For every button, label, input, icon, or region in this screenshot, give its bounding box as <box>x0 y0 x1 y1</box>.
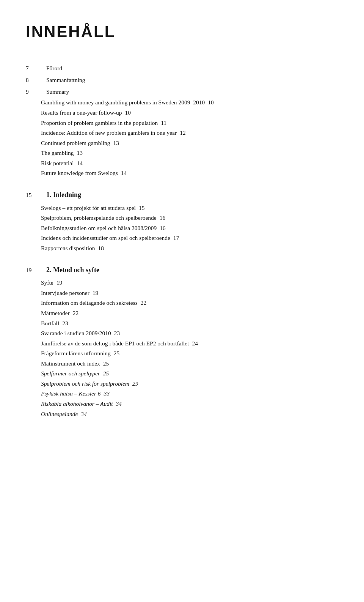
list-item: Frågeformulärens utformning 25 <box>41 348 338 358</box>
entry-text: Rapportens disposition <box>41 243 95 253</box>
list-item: Mätinstrument och index 25 <box>41 359 338 369</box>
entry-page: 19 <box>56 278 63 288</box>
entry-text: Jämförelse av de som deltog i både EP1 o… <box>41 339 189 348</box>
entry-text: Incidens och incidensstudier om spel och… <box>41 233 170 243</box>
entry-text: Spelformer och speltyper <box>41 369 100 378</box>
metod-sub-entries: Syfte 19 Intervjuade personer 19 Informa… <box>26 278 338 419</box>
entry-page: 16 <box>160 223 166 233</box>
label-metod: 2. Metod och syfte <box>46 265 99 276</box>
entry-text: Onlinespelande <box>41 409 78 419</box>
label-inledning: 1. Inledning <box>46 189 81 200</box>
label-sammanfattning: Sammanfattning <box>46 76 85 85</box>
entry-page: 23 <box>62 318 68 328</box>
page-title: INNEHÅLL <box>26 23 338 41</box>
page-num-9: 9 <box>26 87 41 97</box>
toc-container: 7 Förord 8 Sammanfattning 9 Summary Gamb… <box>26 64 338 419</box>
summary-sub-entries: Gambling with money and gambling problem… <box>26 98 338 178</box>
entry-text: Spelproblem, problemspelande och spelber… <box>41 213 157 223</box>
toc-entry-sammanfattning: 8 Sammanfattning <box>26 76 338 85</box>
entry-text: Mätinstrument och index <box>41 359 100 369</box>
entry-text: Frågeformulärens utformning <box>41 348 111 358</box>
list-item: The gambling 13 <box>41 148 338 158</box>
list-item: Spelproblem och risk för spelproblem 29 <box>41 379 338 389</box>
entry-page: 22 <box>73 308 79 318</box>
entry-page: 13 <box>77 148 83 158</box>
entry-page: 11 <box>161 118 166 128</box>
list-item: Mätmetoder 22 <box>41 308 338 318</box>
entry-page: 34 <box>81 409 87 419</box>
list-item: Future knowledge from Swelogs 14 <box>41 168 338 178</box>
inledning-sub-entries: Swelogs – ett projekt för att studera sp… <box>26 203 338 253</box>
toc-entry-forord: 7 Förord <box>26 64 338 73</box>
list-item: Svarande i studien 2009/2010 23 <box>41 328 338 338</box>
entry-text: Information om deltagande och sekretess <box>41 298 138 308</box>
toc-section-metod: 19 2. Metod och syfte Syfte 19 Intervjua… <box>26 264 338 419</box>
entry-text: Befolkningsstudien om spel och hälsa 200… <box>41 223 157 233</box>
entry-text: Gambling with money and gambling problem… <box>41 98 205 107</box>
list-item: Incidence: Addition of new problem gambl… <box>41 128 338 138</box>
entry-text: Psykisk hälsa – Kessler 6 <box>41 389 101 399</box>
page-num-8: 8 <box>26 76 41 85</box>
entry-page: 16 <box>160 213 166 223</box>
entry-text: Incidence: Addition of new problem gambl… <box>41 128 177 138</box>
entry-page: 15 <box>139 203 145 213</box>
entry-page: 23 <box>114 328 120 338</box>
page-num-15: 15 <box>26 191 41 200</box>
list-item: Onlinespelande 34 <box>41 409 338 419</box>
list-item: Intervjuade personer 19 <box>41 288 338 298</box>
list-item: Spelformer och speltyper 25 <box>41 369 338 378</box>
list-item: Risk potential 14 <box>41 158 338 168</box>
entry-page: 13 <box>113 138 119 148</box>
list-item: Results from a one-year follow-up 10 <box>41 108 338 118</box>
list-item: Continued problem gambling 13 <box>41 138 338 148</box>
entry-text: Results from a one-year follow-up <box>41 108 122 118</box>
page-num-7: 7 <box>26 64 41 73</box>
entry-text: Bortfall <box>41 318 59 328</box>
entry-text: Future knowledge from Swelogs <box>41 168 118 178</box>
list-item: Psykisk hälsa – Kessler 6 33 <box>41 389 338 399</box>
entry-text: Svarande i studien 2009/2010 <box>41 328 111 338</box>
entry-page: 25 <box>114 348 120 358</box>
entry-text: Intervjuade personer <box>41 288 89 298</box>
entry-page: 24 <box>192 339 198 348</box>
entry-text: Swelogs – ett projekt för att studera sp… <box>41 203 136 213</box>
entry-page: 14 <box>77 158 83 168</box>
entry-page: 14 <box>121 168 127 178</box>
entry-page: 10 <box>208 98 214 107</box>
list-item: Information om deltagande och sekretess … <box>41 298 338 308</box>
entry-text: The gambling <box>41 148 74 158</box>
entry-page: 17 <box>173 233 179 243</box>
list-item: Bortfall 23 <box>41 318 338 328</box>
entry-page: 12 <box>180 128 186 138</box>
label-summary: Summary <box>46 87 69 97</box>
entry-page: 25 <box>103 369 109 378</box>
entry-page: 25 <box>103 359 109 369</box>
entry-page: 19 <box>93 288 99 298</box>
list-item: Syfte 19 <box>41 278 338 288</box>
list-item: Riskabla alkoholvanor – Audit 34 <box>41 399 338 409</box>
list-item: Spelproblem, problemspelande och spelber… <box>41 213 338 223</box>
list-item: Rapportens disposition 18 <box>41 243 338 253</box>
list-item: Swelogs – ett projekt för att studera sp… <box>41 203 338 213</box>
toc-section-summary: 9 Summary Gambling with money and gambli… <box>26 87 338 178</box>
list-item: Proportion of problem gamblers in the po… <box>41 118 338 128</box>
entry-text: Syfte <box>41 278 53 288</box>
entry-text: Continued problem gambling <box>41 138 110 148</box>
entry-page: 29 <box>132 379 138 389</box>
list-item: Befolkningsstudien om spel och hälsa 200… <box>41 223 338 233</box>
entry-page: 22 <box>141 298 147 308</box>
entry-text: Mätmetoder <box>41 308 70 318</box>
list-item: Incidens och incidensstudier om spel och… <box>41 233 338 243</box>
entry-text: Spelproblem och risk för spelproblem <box>41 379 129 389</box>
list-item: Jämförelse av de som deltog i både EP1 o… <box>41 339 338 348</box>
entry-page: 34 <box>116 399 122 409</box>
page-num-19: 19 <box>26 266 41 275</box>
list-item: Gambling with money and gambling problem… <box>41 98 338 107</box>
entry-text: Riskabla alkoholvanor – Audit <box>41 399 113 409</box>
entry-page: 10 <box>125 108 131 118</box>
toc-section-inledning: 15 1. Inledning Swelogs – ett projekt fö… <box>26 189 338 253</box>
label-forord: Förord <box>46 64 62 73</box>
entry-text: Risk potential <box>41 158 74 168</box>
entry-text: Proportion of problem gamblers in the po… <box>41 118 158 128</box>
entry-page: 33 <box>104 389 110 399</box>
